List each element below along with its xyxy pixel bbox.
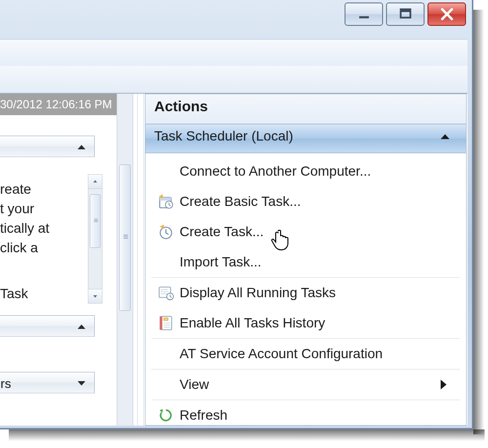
summary-pane: 30/2012 12:06:16 PM reate t your tically… <box>0 94 108 426</box>
actions-scope-label: Task Scheduler (Local) <box>154 128 293 143</box>
scroll-thumb[interactable] <box>119 164 131 311</box>
active-tasks-section-header[interactable]: rs <box>0 372 95 393</box>
overview-text-line: t your <box>0 199 34 219</box>
action-create-basic-task[interactable]: Create Basic Task... <box>145 186 466 217</box>
action-label: AT Service Account Configuration <box>180 346 466 362</box>
collapse-icon <box>441 134 449 139</box>
window-frame: 30/2012 12:06:16 PM reate t your tically… <box>0 0 473 429</box>
overview-text-line: tically at <box>0 219 49 238</box>
close-button[interactable] <box>427 2 466 26</box>
overview-section-header[interactable] <box>0 136 95 157</box>
scroll-up-arrow[interactable] <box>88 175 102 189</box>
summary-timestamp: 30/2012 12:06:16 PM <box>0 94 123 115</box>
submenu-arrow-icon <box>441 380 447 389</box>
action-view-submenu[interactable]: View <box>145 369 466 400</box>
minimize-icon <box>356 6 372 22</box>
close-icon <box>439 6 455 22</box>
svg-rect-14 <box>164 318 168 320</box>
task-status-section-header[interactable] <box>0 315 95 337</box>
notebook-icon <box>158 315 174 331</box>
action-enable-tasks-history[interactable]: Enable All Tasks History <box>145 308 466 338</box>
svg-rect-0 <box>359 16 369 18</box>
action-import-task[interactable]: Import Task... <box>145 247 466 277</box>
action-label: Connect to Another Computer... <box>180 163 466 179</box>
overview-text-line: click a <box>0 238 38 258</box>
actions-scope-bar[interactable]: Task Scheduler (Local) <box>145 124 466 153</box>
list-clock-icon <box>158 285 174 301</box>
svg-rect-2 <box>401 9 410 12</box>
clock-new-icon <box>158 224 174 240</box>
action-refresh[interactable]: Refresh <box>145 400 466 426</box>
overview-text-line: reate <box>0 180 31 199</box>
maximize-button[interactable] <box>386 2 425 26</box>
window-shadow <box>9 429 485 441</box>
svg-rect-13 <box>160 316 162 330</box>
action-at-service-account[interactable]: AT Service Account Configuration <box>145 339 466 369</box>
menu-bar <box>0 39 468 67</box>
tool-bar <box>0 66 468 93</box>
actions-pane-header: Actions <box>145 94 466 124</box>
action-list: Connect to Another Computer... <box>145 153 466 426</box>
action-label: Enable All Tasks History <box>180 315 466 331</box>
calendar-clock-icon <box>158 193 174 210</box>
expand-icon <box>78 381 85 386</box>
action-connect-computer[interactable]: Connect to Another Computer... <box>145 156 466 186</box>
action-create-task[interactable]: Create Task... <box>145 217 466 247</box>
action-label: Refresh <box>180 407 466 423</box>
window-controls <box>345 2 466 26</box>
summary-pane-scrollbar[interactable] <box>117 94 133 426</box>
action-label: Import Task... <box>180 254 466 270</box>
scroll-thumb[interactable] <box>90 194 101 248</box>
actions-pane: Actions Task Scheduler (Local) Connect t… <box>145 94 467 426</box>
scroll-down-arrow[interactable] <box>88 289 102 303</box>
maximize-icon <box>397 6 414 22</box>
action-label: Create Basic Task... <box>180 194 466 209</box>
action-display-running-tasks[interactable]: Display All Running Tasks <box>145 278 466 308</box>
overview-scrollbar[interactable] <box>88 174 102 304</box>
collapse-icon <box>78 145 85 149</box>
refresh-icon <box>158 407 174 424</box>
active-tasks-label: rs <box>0 376 11 391</box>
window-shadow <box>473 10 484 434</box>
action-label: View <box>180 377 466 392</box>
collapse-icon <box>78 325 85 329</box>
minimize-button[interactable] <box>345 2 383 26</box>
action-label: Create Task... <box>180 224 466 240</box>
pane-splitter[interactable] <box>137 94 144 426</box>
svg-rect-4 <box>160 198 171 201</box>
overview-text-line: Task <box>0 284 28 304</box>
content-area: 30/2012 12:06:16 PM reate t your tically… <box>0 93 468 426</box>
action-label: Display All Running Tasks <box>180 285 466 301</box>
